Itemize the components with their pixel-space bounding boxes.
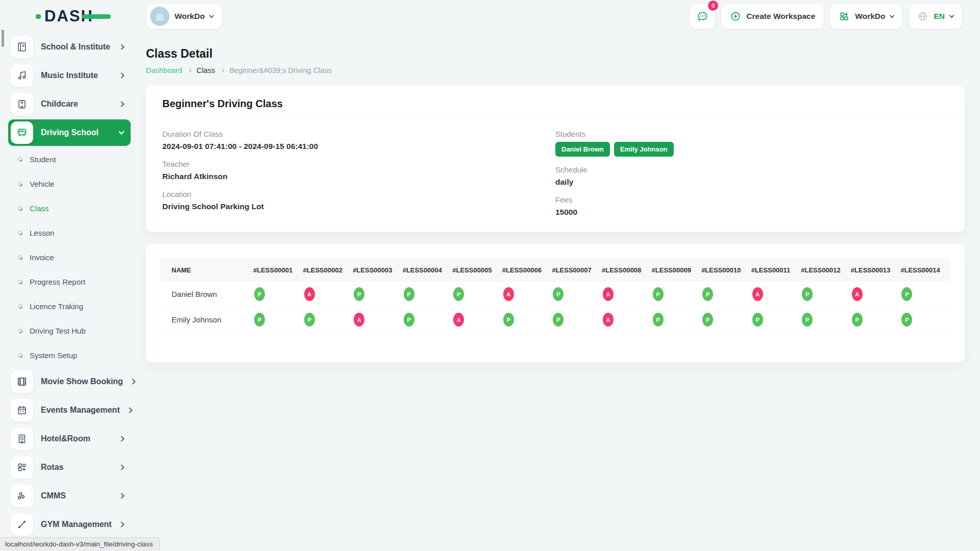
sidebar-subitem-label: Class <box>30 204 49 213</box>
present-badge: P <box>404 313 414 327</box>
present-badge: P <box>553 287 564 301</box>
language-selector[interactable]: EN <box>909 4 962 29</box>
music-icon <box>11 64 33 87</box>
field-teacher: TeacherRichard Atkinson <box>162 160 555 181</box>
childcare-icon <box>11 93 33 115</box>
breadcrumb-item-beginner-039-s-driving-class: Beginner&#039;s Driving Class <box>229 66 332 74</box>
attendance-cell: A <box>353 313 403 327</box>
sidebar-item-rotas[interactable]: Rotas <box>8 454 131 481</box>
bullet-icon <box>17 156 23 163</box>
sidebar-item-events-management[interactable]: Events Management <box>8 397 131 423</box>
bullet-icon <box>17 352 23 359</box>
table-row-emily-johnson: Emily JohnsonPPAPAPPAPPPPPP <box>160 307 950 333</box>
chevron-right-icon <box>130 379 135 384</box>
sidebar-item-hotel-room[interactable]: Hotel&Room <box>8 425 131 452</box>
main-content: Class Detail DashboardClassBeginner&#039… <box>146 33 965 362</box>
sidebar-subitem-system-setup[interactable]: System Setup <box>8 344 131 366</box>
hotel-icon <box>11 428 33 450</box>
sidebar-subitem-label: Invoice <box>30 253 54 262</box>
present-badge: P <box>901 313 912 327</box>
field-label: Duration Of Class <box>162 130 555 138</box>
student-badge-emily-johnson: Emily Johnson <box>614 142 673 157</box>
sidebar-item-driving-school[interactable]: Driving School <box>8 119 131 146</box>
attendance-cell: P <box>801 287 851 301</box>
create-workspace-button[interactable]: Create Workspace <box>722 4 823 29</box>
present-badge: P <box>901 287 912 301</box>
sidebar-item-cmms[interactable]: CMMS <box>8 483 131 509</box>
sidebar-subitem-progress-report[interactable]: Progress Report <box>8 270 131 293</box>
absent-badge: A <box>503 287 514 301</box>
sidebar-subitem-student[interactable]: Student <box>8 148 131 170</box>
attendance-cell: A <box>851 287 901 301</box>
attendance-cell: P <box>303 313 353 327</box>
attendance-table-header: NAME#LESS00001#LESS00002#LESS00003#LESS0… <box>160 258 950 282</box>
attendance-cell: A <box>751 287 801 301</box>
sidebar-item-gym-management[interactable]: GYM Management <box>8 511 131 538</box>
field-fees: Fees15000 <box>555 195 948 217</box>
logo[interactable]: DASH <box>0 7 138 26</box>
sidebar-subitem-label: Licence Traking <box>30 302 83 311</box>
class-title: Beginner's Driving Class <box>162 98 948 110</box>
present-badge: P <box>752 313 763 327</box>
detail-right-column: StudentsDaniel BrownEmily JohnsonSchedul… <box>555 130 948 226</box>
calendar-icon <box>11 399 33 421</box>
sidebar-item-movie-show-booking[interactable]: Movie Show Booking <box>8 368 131 395</box>
attendance-cell: P <box>253 287 303 301</box>
field-value: Richard Atkinson <box>162 172 555 181</box>
present-badge: P <box>404 287 414 301</box>
sidebar-item-music-institute[interactable]: Music Institute <box>8 62 131 89</box>
breadcrumb-item-class[interactable]: Class <box>197 66 215 74</box>
attendance-cell: P <box>552 287 602 301</box>
plus-circle-icon <box>730 11 741 22</box>
attendance-cell: P <box>253 313 303 327</box>
attendance-cell: A <box>502 287 552 301</box>
column-header-less00010: #LESS00010 <box>701 266 751 274</box>
breadcrumb-item-dashboard[interactable]: Dashboard <box>146 66 182 74</box>
column-header-less00012: #LESS00012 <box>801 266 851 274</box>
bullet-icon <box>17 254 23 261</box>
attendance-cell: P <box>900 287 950 301</box>
column-header-less00007: #LESS00007 <box>552 266 602 274</box>
field-label: Location <box>162 190 555 198</box>
sidebar-item-label: Music Institute <box>41 71 112 80</box>
field-duration-of-class: Duration Of Class2024-09-01 07:41:00 - 2… <box>162 130 555 151</box>
sidebar-subitem-class[interactable]: Class <box>8 197 131 219</box>
sidebar-subitem-driving-test-hub[interactable]: Driving Test Hub <box>8 319 131 342</box>
chevron-down-icon <box>890 13 895 18</box>
sidebar-subitem-lesson[interactable]: Lesson <box>8 221 131 244</box>
absent-badge: A <box>453 313 464 327</box>
sidebar-item-school-institute[interactable]: School & Institute <box>8 34 131 60</box>
book-icon <box>11 36 33 58</box>
bullet-icon <box>17 230 23 236</box>
logo-text: DASH <box>44 7 93 26</box>
messages-button[interactable]: 0 <box>690 4 715 29</box>
chevron-right-icon <box>127 407 132 413</box>
sidebar-subitem-vehicle[interactable]: Vehicle <box>8 172 131 195</box>
workdo-menu-button[interactable]: WorkDo <box>830 4 902 29</box>
present-badge: P <box>702 287 713 301</box>
workspace-selector[interactable]: WorkDo <box>147 4 222 29</box>
sidebar-subitem-invoice[interactable]: Invoice <box>8 246 131 268</box>
sidebar-item-childcare[interactable]: Childcare <box>8 91 131 117</box>
sidebar-item-label: Driving School <box>41 128 112 137</box>
sidebar-subitem-licence-traking[interactable]: Licence Traking <box>8 295 131 317</box>
field-label: Teacher <box>162 160 555 168</box>
divider <box>146 118 965 119</box>
bullet-icon <box>17 328 23 334</box>
messages-count-badge: 0 <box>708 1 718 11</box>
chevron-down-icon <box>949 13 954 18</box>
chevron-right-icon <box>118 464 124 470</box>
present-badge: P <box>802 287 813 301</box>
attendance-cell: P <box>403 287 453 301</box>
students-badges: Daniel BrownEmily Johnson <box>555 142 948 157</box>
absent-badge: A <box>603 287 614 301</box>
detail-left-column: Duration Of Class2024-09-01 07:41:00 - 2… <box>162 130 555 226</box>
absent-badge: A <box>603 313 614 327</box>
chat-icon <box>696 10 709 23</box>
attendance-cell: P <box>652 313 702 327</box>
create-workspace-label: Create Workspace <box>746 12 815 21</box>
field-location: LocationDriving School Parking Lot <box>162 190 555 211</box>
sidebar-item-label: Hotel&Room <box>41 434 112 443</box>
sidebar-scrollbar-thumb[interactable] <box>2 30 4 47</box>
sidebar-subitem-label: Vehicle <box>30 180 54 188</box>
